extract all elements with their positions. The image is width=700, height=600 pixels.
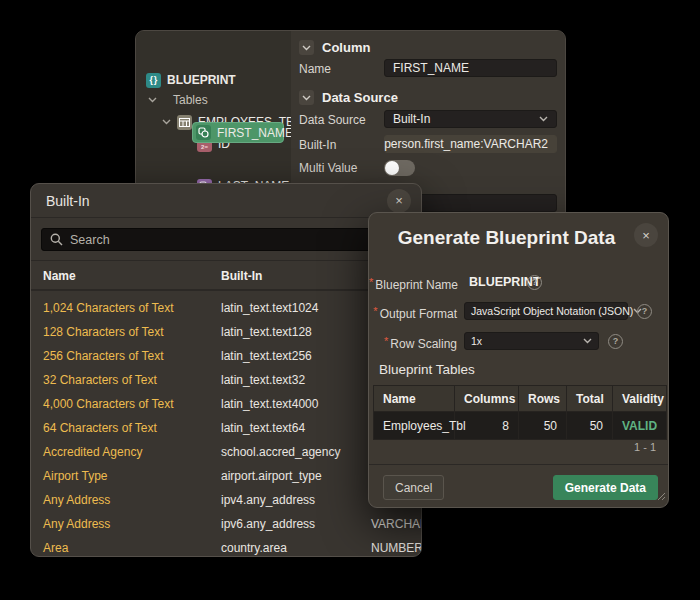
tree-group-label: Tables (173, 93, 208, 107)
collapse-chevron-icon[interactable] (299, 40, 314, 55)
column-header-name: Name (43, 261, 76, 292)
builtin-name-link[interactable]: Any Address (43, 488, 110, 512)
cell-validity-badge: VALID (613, 412, 667, 440)
builtin-name-link[interactable]: 256 Characters of Text (43, 344, 164, 368)
table-icon (177, 115, 192, 130)
row-scaling-row: *Row Scaling 1x ? (369, 332, 668, 350)
builtin-code: ipv4.any_address (221, 488, 315, 512)
footer-divider (369, 464, 668, 465)
builtin-row[interactable]: 4,000 Characters of Textlatin_text.text4… (31, 392, 421, 416)
builtin-search-box (41, 228, 413, 251)
builtin-code: latin_text.text256 (221, 344, 312, 368)
builtin-table-rows: 1,024 Characters of Textlatin_text.text1… (31, 293, 421, 556)
generate-dialog-title: Generate Blueprint Data (389, 227, 624, 249)
builtin-name-link[interactable]: Airport Type (43, 464, 107, 488)
builtin-dialog-title: Built-In (46, 193, 387, 209)
column-section-header[interactable]: Column (299, 40, 370, 55)
builtin-value-button[interactable]: person.first_name:VARCHAR2 (384, 135, 557, 153)
builtin-code: airport.airport_type (221, 464, 322, 488)
cancel-button[interactable]: Cancel (383, 475, 444, 500)
builtin-row[interactable]: 256 Characters of Textlatin_text.text256 (31, 344, 421, 368)
generate-data-button[interactable]: Generate Data (553, 475, 658, 500)
generate-button-label: Generate Data (565, 481, 646, 495)
search-icon (50, 233, 63, 246)
builtin-dialog-header: Built-In × (31, 184, 421, 218)
data-source-section-header[interactable]: Data Source (299, 90, 398, 105)
table-header-row: Name Columns Rows Total Validity (374, 386, 667, 412)
builtin-row[interactable]: 128 Characters of Textlatin_text.text128 (31, 320, 421, 344)
blueprint-name-row: *Blueprint Name BLUEPRINT ? (369, 273, 668, 291)
builtin-code: latin_text.text4000 (221, 392, 318, 416)
section-title: Data Source (322, 90, 398, 105)
chevron-down-icon (583, 338, 592, 344)
chevron-down-icon (539, 116, 548, 122)
builtin-name-link[interactable]: 128 Characters of Text (43, 320, 164, 344)
builtin-name-link[interactable]: 1,024 Characters of Text (43, 296, 174, 320)
tree-node-blueprint[interactable]: { } BLUEPRINT (146, 70, 236, 90)
tree-column-label: FIRST_NAME (217, 126, 293, 140)
col-header-rows: Rows (519, 386, 567, 412)
toggle-knob (385, 161, 399, 175)
builtin-name-link[interactable]: Accredited Agency (43, 440, 142, 464)
builtin-row[interactable]: Any Addressipv6.any_addressVARCHAR2 (31, 512, 421, 536)
close-icon[interactable]: × (634, 223, 658, 247)
multi-value-toggle[interactable] (384, 160, 415, 176)
builtin-code: latin_text.text64 (221, 416, 305, 440)
builtin-row[interactable]: Airport Typeairport.airport_type (31, 464, 421, 488)
resize-handle-icon[interactable] (657, 487, 666, 505)
builtin-name-link[interactable]: 4,000 Characters of Text (43, 392, 174, 416)
builtin-row[interactable]: 64 Characters of Textlatin_text.text64 (31, 416, 421, 440)
row-scaling-select[interactable]: 1x (464, 332, 599, 350)
output-format-select[interactable]: JavaScript Object Notation (JSON) (464, 302, 628, 320)
cancel-button-label: Cancel (395, 481, 432, 495)
close-icon[interactable]: × (387, 189, 411, 213)
builtin-name-link[interactable]: Area (43, 536, 68, 557)
tree-node-tables[interactable]: Tables (148, 90, 208, 110)
col-header-columns: Columns (455, 386, 519, 412)
braces-icon: { } (146, 73, 161, 88)
output-format-row: *Output Format JavaScript Object Notatio… (369, 302, 668, 320)
column-header-builtin: Built-In (221, 261, 262, 292)
chevron-down-icon (148, 97, 157, 103)
multi-value-label: Multi Value (299, 161, 357, 175)
column-name-input[interactable]: FIRST_NAME (384, 59, 557, 77)
builtin-code: school.accred_agency (221, 440, 340, 464)
required-asterisk: * (373, 305, 377, 317)
builtin-name-link[interactable]: 64 Characters of Text (43, 416, 157, 440)
pagination-label: 1 - 1 (634, 441, 656, 453)
builtin-name-link[interactable]: Any Address (43, 512, 110, 536)
blueprint-tables-table: Name Columns Rows Total Validity Employe… (373, 385, 666, 440)
builtin-code: latin_text.text1024 (221, 296, 318, 320)
builtin-datatype: NUMBER (371, 536, 422, 557)
col-header-validity: Validity (613, 386, 667, 412)
builtin-row[interactable]: 32 Characters of Textlatin_text.text32 (31, 368, 421, 392)
builtin-code: country.area (221, 536, 287, 557)
tree-node-first-name-selected[interactable]: FIRST_NAME (192, 122, 284, 143)
builtin-table-header: Name Built-In (31, 260, 421, 291)
col-header-total: Total (567, 386, 613, 412)
blueprint-name-label: Blueprint Name (375, 278, 458, 292)
search-input[interactable] (70, 233, 404, 247)
generate-blueprint-dialog: Generate Blueprint Data × *Blueprint Nam… (368, 212, 669, 508)
data-source-select[interactable]: Built-In (384, 110, 557, 128)
builtin-picker-dialog: Built-In × Name Built-In 1,024 Character… (30, 183, 422, 557)
table-row: Employees_Tbl 8 50 50 VALID (374, 412, 667, 440)
builtin-row[interactable]: Any Addressipv4.any_address (31, 488, 421, 512)
help-icon[interactable]: ? (527, 275, 542, 290)
builtin-row[interactable]: Accredited Agencyschool.accred_agency (31, 440, 421, 464)
help-icon[interactable]: ? (608, 334, 623, 349)
cell-table-name: Employees_Tbl (374, 412, 455, 440)
builtin-name-link[interactable]: 32 Characters of Text (43, 368, 157, 392)
row-scaling-label: Row Scaling (390, 337, 457, 351)
data-source-value: Built-In (393, 112, 430, 126)
column-name-value: FIRST_NAME (393, 61, 469, 75)
required-asterisk: * (369, 276, 373, 288)
builtin-row[interactable]: 1,024 Characters of Textlatin_text.text1… (31, 296, 421, 320)
row-scaling-value: 1x (471, 335, 482, 347)
builtin-shape-icon (196, 125, 211, 140)
help-icon[interactable]: ? (637, 304, 652, 319)
data-source-label: Data Source (299, 113, 366, 127)
chevron-down-icon (162, 119, 171, 125)
builtin-row[interactable]: Areacountry.areaNUMBER (31, 536, 421, 557)
collapse-chevron-icon[interactable] (299, 90, 314, 105)
